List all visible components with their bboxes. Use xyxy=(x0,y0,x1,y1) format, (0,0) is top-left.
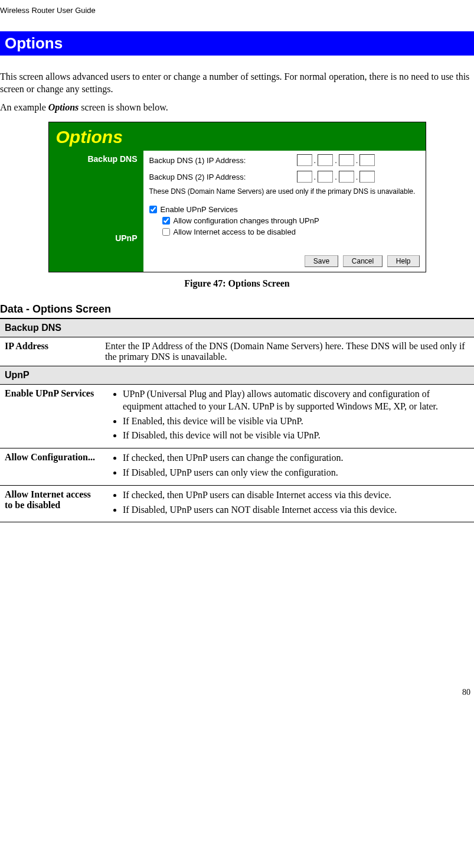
page-header: Wireless Router User Guide xyxy=(0,0,474,15)
row-allow-config-desc: If checked, then UPnP users can change t… xyxy=(100,448,474,486)
checkbox-enable-upnp-label: Enable UPnP Services xyxy=(161,205,238,214)
save-button[interactable]: Save xyxy=(305,255,338,267)
options-screenshot: Options Backup DNS UPnP Backup DNS (1) I… xyxy=(48,122,426,272)
row-allow-config-label: Allow Configuration... xyxy=(0,448,100,486)
row-enable-label: Enable UPnP Services xyxy=(0,384,100,448)
dns2-octet-4[interactable] xyxy=(359,171,375,183)
data-table: Backup DNS IP Address Enter the IP Addre… xyxy=(0,318,474,522)
label-backup-dns: Backup DNS xyxy=(49,151,138,164)
checkbox-allow-config-label: Allow configuration changes through UPnP xyxy=(174,216,319,225)
dns-note: These DNS (Domain Name Servers) are used… xyxy=(149,187,420,197)
intro-text: This screen allows advanced users to ent… xyxy=(0,71,474,113)
section-upnp: UpnP xyxy=(0,366,474,384)
data-heading: Data - Options Screen xyxy=(0,303,474,316)
checkbox-allow-config[interactable] xyxy=(162,217,170,225)
dns1-octet-1[interactable] xyxy=(297,154,312,166)
section-title-banner: Options xyxy=(0,31,474,56)
dns1-octet-4[interactable] xyxy=(359,154,375,166)
dns2-label: Backup DNS (2) IP Address: xyxy=(149,173,297,181)
dns1-octet-2[interactable] xyxy=(318,154,333,166)
row-ip-desc: Enter the IP Address of the DNS (Domain … xyxy=(100,337,474,366)
row-ip-label: IP Address xyxy=(0,337,100,366)
figure-caption: Figure 47: Options Screen xyxy=(0,278,474,289)
intro-para-1: This screen allows advanced users to ent… xyxy=(0,71,474,96)
row-enable-desc: UPnP (Universal Plug and Play) allows au… xyxy=(100,384,474,448)
section-backup-dns: Backup DNS xyxy=(0,318,474,337)
dns1-label: Backup DNS (1) IP Address: xyxy=(149,156,297,165)
row-allow-disable-label: Allow Internet access to be disabled xyxy=(0,485,100,522)
dns1-octet-3[interactable] xyxy=(339,154,354,166)
dns2-octet-2[interactable] xyxy=(318,171,333,183)
checkbox-allow-disable[interactable] xyxy=(162,228,170,236)
label-upnp: UPnP xyxy=(49,164,138,243)
intro-para-2: An example Options screen is shown below… xyxy=(0,102,474,114)
checkbox-enable-upnp[interactable] xyxy=(149,206,157,213)
help-button[interactable]: Help xyxy=(387,255,420,267)
dns1-ip-inputs: ... xyxy=(297,154,375,166)
page-number: 80 xyxy=(0,688,474,697)
row-allow-disable-desc: If checked, then UPnP users can disable … xyxy=(100,485,474,522)
dns2-octet-1[interactable] xyxy=(297,171,312,183)
checkbox-allow-disable-label: Allow Internet access to be disabled xyxy=(174,227,296,236)
cancel-button[interactable]: Cancel xyxy=(343,255,383,267)
dns2-ip-inputs: ... xyxy=(297,171,375,183)
dns2-octet-3[interactable] xyxy=(339,171,354,183)
panel-title: Options xyxy=(56,127,419,147)
